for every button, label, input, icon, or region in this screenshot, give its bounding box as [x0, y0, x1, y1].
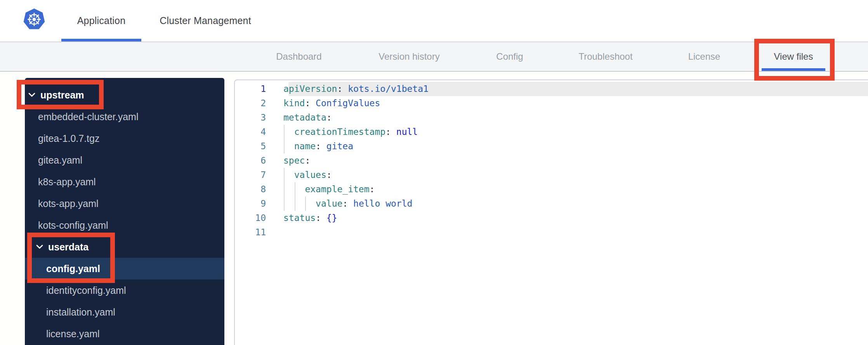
code-text: name: gitea [283, 139, 868, 154]
code-text: apiVersion: kots.io/v1beta1 [283, 82, 868, 96]
file-item-embedded-cluster-yaml[interactable]: embedded-cluster.yaml [25, 106, 224, 128]
indent-guide [284, 139, 285, 154]
code-line: 8 example_item: [235, 182, 868, 197]
tree-item-label: kots-app.yaml [38, 198, 99, 209]
code-line: 1apiVersion: kots.io/v1beta1 [235, 82, 868, 96]
kubernetes-logo-icon [23, 8, 45, 31]
file-item-config-yaml[interactable]: config.yaml [25, 258, 224, 279]
code-text: spec: [283, 154, 868, 168]
indent-guide [295, 182, 295, 197]
file-item-k8s-app-yaml[interactable]: k8s-app.yaml [25, 171, 224, 193]
nav-tab-config[interactable]: Config [496, 42, 523, 71]
code-text: creationTimestamp: null [283, 125, 868, 139]
indent-guide [284, 168, 285, 182]
nav-tab-dashboard[interactable]: Dashboard [276, 42, 321, 71]
file-tree-sidebar: upstreamembedded-cluster.yamlgitea-1.0.7… [25, 78, 224, 345]
code-text: metadata: [283, 110, 868, 125]
code-text: status: {} [283, 211, 868, 225]
file-item-gitea-1-0-7-tgz[interactable]: gitea-1.0.7.tgz [25, 128, 224, 149]
tree-item-label: license.yaml [46, 328, 100, 340]
tree-item-label: gitea.yaml [38, 155, 82, 166]
yaml-editor[interactable]: 1apiVersion: kots.io/v1beta12kind: Confi… [234, 79, 868, 345]
file-item-kots-config-yaml[interactable]: kots-config.yaml [25, 214, 224, 236]
code-line: 4 creationTimestamp: null [235, 125, 868, 139]
line-number: 8 [235, 182, 283, 197]
code-line: 5 name: gitea [235, 139, 868, 154]
tree-item-label: userdata [48, 242, 89, 253]
code-line: 9 value: hello world [235, 197, 868, 211]
line-number: 11 [235, 225, 283, 240]
code-area: 1apiVersion: kots.io/v1beta12kind: Confi… [235, 82, 868, 240]
nav-tab-license[interactable]: License [688, 42, 720, 71]
code-line: 11 [235, 225, 868, 240]
line-number: 3 [235, 110, 283, 125]
active-header-tab-underline [61, 39, 141, 41]
chevron-down-icon [28, 92, 36, 98]
tree-item-label: gitea-1.0.7.tgz [38, 133, 99, 144]
nav-tab-view-files[interactable]: View files [774, 42, 813, 71]
line-number: 6 [235, 154, 283, 168]
tab-cluster-management-label: Cluster Management [160, 15, 251, 26]
code-text: values: [283, 168, 868, 182]
tree-item-label: embedded-cluster.yaml [38, 111, 138, 122]
code-text: value: hello world [283, 197, 868, 211]
folder-item-upstream[interactable]: upstream [25, 84, 224, 106]
file-item-installation-yaml[interactable]: installation.yaml [25, 301, 224, 323]
line-number: 7 [235, 168, 283, 182]
tree-item-label: config.yaml [46, 263, 100, 274]
tree-item-label: upstream [40, 90, 84, 101]
code-line: 10status: {} [235, 211, 868, 225]
app-header: Application Cluster Management [0, 0, 868, 41]
indent-guide [295, 197, 295, 211]
code-line: 6spec: [235, 154, 868, 168]
code-line: 7 values: [235, 168, 868, 182]
folder-item-userdata[interactable]: userdata [25, 236, 224, 258]
line-number: 10 [235, 211, 283, 225]
indent-guide [284, 182, 285, 197]
indent-guide [305, 197, 306, 211]
indent-guide [284, 197, 285, 211]
file-item-identityconfig-yaml[interactable]: identityconfig.yaml [25, 279, 224, 301]
code-line: 2kind: ConfigValues [235, 96, 868, 110]
tab-application[interactable]: Application [61, 0, 141, 41]
tree-item-label: k8s-app.yaml [38, 176, 96, 188]
line-number: 2 [235, 96, 283, 110]
chevron-down-icon [36, 244, 43, 250]
line-number: 9 [235, 197, 283, 211]
file-item-license-yaml[interactable]: license.yaml [25, 323, 224, 345]
tree-item-label: installation.yaml [46, 307, 115, 318]
code-text [283, 225, 868, 240]
indent-guide [284, 125, 285, 139]
line-number: 1 [235, 82, 283, 96]
line-number: 4 [235, 125, 283, 139]
tab-application-label: Application [77, 15, 126, 26]
file-item-gitea-yaml[interactable]: gitea.yaml [25, 149, 224, 171]
active-nav-tab-underline [762, 68, 825, 71]
tab-cluster-management[interactable]: Cluster Management [153, 0, 257, 41]
code-text: kind: ConfigValues [283, 96, 868, 110]
nav-tab-version-history[interactable]: Version history [378, 42, 439, 71]
tree-item-label: identityconfig.yaml [46, 285, 126, 296]
code-text: example_item: [283, 182, 868, 197]
code-line: 3metadata: [235, 110, 868, 125]
tree-item-label: kots-config.yaml [38, 220, 108, 231]
file-item-kots-app-yaml[interactable]: kots-app.yaml [25, 193, 224, 214]
line-number: 5 [235, 139, 283, 154]
app-sub-nav: DashboardVersion historyConfigTroublesho… [0, 41, 868, 72]
nav-tab-troubleshoot[interactable]: Troubleshoot [578, 42, 632, 71]
